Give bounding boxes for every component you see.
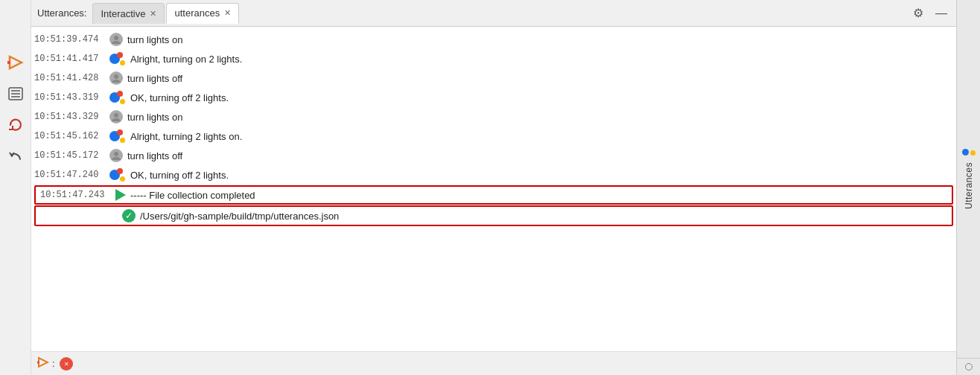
log-message: turn lights on	[127, 34, 182, 45]
tab-prefix-label: Utterances:	[37, 7, 86, 19]
svg-rect-1	[7, 61, 10, 64]
tab-utterances-close[interactable]: ✕	[224, 9, 231, 17]
colon-label: :	[52, 358, 55, 369]
tab-bar: Utterances: Interactive ✕ utterances ✕ ⚙…	[31, 0, 956, 27]
timestamp: 10:51:45.172	[34, 150, 105, 161]
svg-point-9	[114, 152, 118, 156]
log-row: 10:51:39.474 turn lights on	[31, 30, 956, 49]
user-avatar-icon	[109, 71, 123, 85]
tab-interactive-close[interactable]: ✕	[150, 10, 156, 18]
timestamp: 10:51:45.162	[34, 131, 105, 141]
user-avatar-icon	[109, 33, 123, 46]
log-row: 10:51:47.240 OK, turning off 2 lights.	[31, 165, 956, 185]
agent-avatar-icon	[109, 129, 126, 143]
timestamp: 10:51:43.329	[34, 112, 105, 122]
tab-bar-actions: ⚙ —	[910, 4, 956, 22]
log-message: turn lights off	[127, 73, 182, 84]
list-icon[interactable]	[5, 83, 26, 104]
log-message: Alright, turning 2 lights on.	[130, 131, 242, 142]
svg-marker-10	[39, 358, 48, 367]
log-content: 10:51:39.474 turn lights on 10:51:41.417…	[31, 27, 956, 351]
log-message: OK, turning off 2 lights.	[130, 92, 229, 103]
check-circle-icon: ✓	[122, 209, 136, 222]
log-row: 10:51:43.329 turn lights on	[31, 107, 956, 126]
minimize-button[interactable]: —	[932, 5, 950, 22]
agent-avatar-icon	[109, 52, 126, 65]
log-row: 10:51:43.319 OK, turning off 2 lights.	[31, 88, 956, 107]
svg-point-8	[114, 113, 118, 118]
log-row: 10:51:41.428 turn lights off	[31, 68, 956, 88]
right-sidebar-utterances[interactable]: Utterances	[962, 0, 976, 358]
undo-icon[interactable]	[5, 146, 26, 167]
event-log-area[interactable]	[957, 358, 980, 375]
svg-rect-11	[37, 362, 39, 364]
log-message: Alright, turning on 2 lights.	[130, 54, 242, 65]
log-row: 10:51:41.417 Alright, turning on 2 light…	[31, 49, 956, 68]
timestamp: 10:51:47.240	[34, 170, 105, 180]
timestamp: 10:51:41.428	[34, 73, 105, 83]
log-message-completion: ----- File collection completed	[130, 190, 255, 201]
log-message-path: /Users/git/gh-sample/build/tmp/utterance…	[140, 211, 339, 222]
svg-point-6	[114, 36, 118, 40]
log-row-path: ✓ /Users/git/gh-sample/build/tmp/utteran…	[34, 205, 953, 226]
right-sidebar: Utterances	[956, 0, 980, 375]
refresh-icon[interactable]	[5, 115, 26, 135]
play-green-icon	[115, 189, 126, 201]
main-area: Utterances: Interactive ✕ utterances ✕ ⚙…	[31, 0, 956, 375]
svg-text:✕: ✕	[63, 361, 69, 368]
agent-avatar-icon	[109, 91, 126, 104]
log-message: turn lights off	[127, 150, 182, 161]
left-sidebar	[0, 0, 31, 375]
svg-marker-0	[10, 57, 22, 68]
play-orange-icon	[37, 356, 49, 371]
play-icon[interactable]	[5, 52, 26, 73]
log-message: OK, turning off 2 lights.	[130, 170, 229, 181]
tab-interactive[interactable]: Interactive ✕	[92, 3, 165, 24]
log-row: 10:51:45.172 turn lights off	[31, 146, 956, 165]
settings-button[interactable]: ⚙	[910, 4, 926, 22]
timestamp: 10:51:47.243	[40, 190, 111, 200]
timestamp: 10:51:43.319	[34, 92, 105, 103]
agent-avatar-icon	[109, 168, 126, 182]
log-message: turn lights on	[127, 112, 182, 123]
utterances-dots-icon	[962, 149, 976, 156]
tab-interactive-label: Interactive	[101, 8, 145, 19]
stop-button[interactable]: ✕	[60, 357, 73, 371]
timestamp: 10:51:39.474	[34, 34, 105, 45]
log-row-highlighted: 10:51:47.243 ----- File collection compl…	[34, 185, 953, 205]
svg-point-7	[114, 74, 118, 79]
user-avatar-icon	[109, 110, 123, 124]
tab-utterances-label: utterances	[174, 7, 220, 19]
utterances-sidebar-label: Utterances	[964, 162, 974, 209]
timestamp: 10:51:41.417	[34, 54, 105, 64]
event-log-icon	[965, 363, 973, 371]
tab-utterances[interactable]: utterances ✕	[166, 3, 239, 24]
log-row: 10:51:45.162 Alright, turning 2 lights o…	[31, 126, 956, 146]
user-avatar-icon	[109, 149, 123, 162]
bottom-status-bar: : ✕	[31, 351, 956, 375]
